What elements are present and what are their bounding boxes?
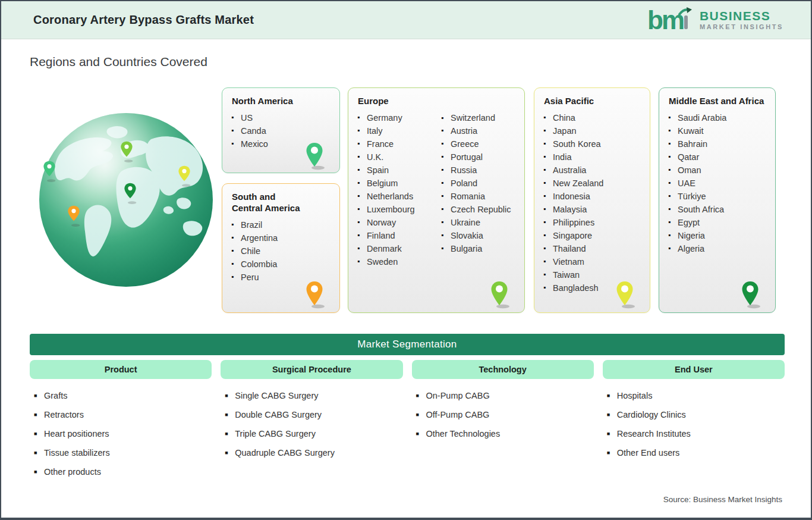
country-item: U.K.: [357, 151, 435, 164]
country-item: Austria: [440, 124, 518, 137]
region-title: North America: [232, 96, 333, 107]
country-item: New Zealand: [543, 177, 644, 190]
brand-logo: bm BUSINESS MARKET INSIGHTS: [647, 5, 783, 36]
country-item: Japan: [543, 124, 644, 137]
country-item: Nigeria: [668, 229, 769, 242]
page-title: Coronary Artery Bypass Grafts Market: [33, 13, 254, 27]
section-title: Regions and Countries Covered: [30, 55, 207, 69]
country-item: Romania: [440, 190, 518, 203]
country-item: Indonesia: [543, 190, 644, 203]
map-pin-icon: [739, 280, 761, 309]
country-item: Denmark: [357, 242, 435, 255]
map-pin-icon: [304, 280, 325, 309]
chip-technology: Technology: [412, 360, 594, 379]
country-item: Belgium: [357, 177, 435, 190]
country-item: Poland: [440, 177, 518, 190]
country-item: Greece: [440, 137, 518, 151]
region-title: Europe: [358, 96, 518, 107]
segment-item: Retractors: [34, 408, 212, 421]
segmentation-chip-row: Product Surgical Procedure Technology En…: [30, 360, 785, 379]
chip-surgical-procedure: Surgical Procedure: [221, 360, 402, 379]
country-item: Australia: [543, 164, 644, 177]
country-item: Oman: [668, 164, 769, 177]
market-segmentation-bar: Market Segmentation: [30, 334, 785, 355]
country-item: Algeria: [668, 242, 769, 255]
segment-item: Cardiology Clinics: [607, 408, 785, 421]
region-card-middle-east-africa: Middle East and Africa Saudi ArabiaKuwai…: [659, 87, 776, 313]
region-title: Middle East and Africa: [669, 96, 769, 107]
region-card-south-central-america: South and Central America BrazilArgentin…: [222, 183, 340, 313]
country-item: South Africa: [668, 203, 769, 216]
country-item: Thailand: [543, 242, 644, 255]
country-item: Bahrain: [668, 137, 769, 151]
country-list: BrazilArgentinaChileColombiaPeru: [231, 218, 333, 284]
country-item: Argentina: [231, 231, 333, 245]
map-pin-icon: [489, 280, 510, 309]
segment-item: Heart positioners: [34, 427, 212, 440]
region-card-north-america: North America USCandaMexico: [222, 87, 340, 173]
country-item: Russia: [440, 164, 518, 177]
surgical-procedure-list: Single CABG SurgeryDouble CABG SurgeryTr…: [221, 389, 402, 484]
country-item: Bulgaria: [440, 242, 518, 255]
segment-item: Single CABG Surgery: [225, 389, 402, 402]
country-item: UAE: [668, 177, 769, 190]
country-item: Ukraine: [440, 216, 518, 229]
country-item: Qatar: [668, 151, 769, 164]
country-item: Egypt: [668, 216, 769, 229]
segment-item: Off-Pump CABG: [416, 408, 594, 421]
technology-list: On-Pump CABGOff-Pump CABGOther Technolog…: [412, 389, 594, 484]
segment-item: Quadruple CABG Surgery: [225, 446, 402, 459]
segment-item: Research Institutes: [607, 427, 785, 440]
country-item: Saudi Arabia: [668, 111, 769, 124]
country-item: Chile: [231, 245, 333, 258]
country-item: Brazil: [231, 218, 333, 231]
segment-item: Tissue stabilizers: [34, 446, 212, 459]
segment-item: On-Pump CABG: [416, 389, 594, 402]
country-item: Colombia: [231, 258, 333, 271]
region-card-asia-pacific: Asia Pacific ChinaJapanSouth KoreaIndiaA…: [534, 87, 650, 313]
country-item: Portugal: [440, 151, 518, 164]
country-item: Sweden: [357, 255, 435, 268]
map-pin-icon: [614, 280, 635, 309]
segment-item: Double CABG Surgery: [225, 408, 402, 421]
segment-item: Hospitals: [607, 389, 785, 402]
country-item: Canda: [231, 124, 333, 137]
country-item: Spain: [357, 164, 435, 177]
country-item: South Korea: [543, 137, 644, 151]
globe-illustration: [38, 112, 214, 288]
country-item: Switzerland: [440, 111, 518, 124]
segmentation-lists: GraftsRetractorsHeart positionersTissue …: [30, 389, 785, 484]
country-item: Germany: [357, 111, 435, 124]
country-item: Luxembourg: [357, 203, 435, 216]
country-item: Kuwait: [668, 124, 769, 137]
brand-name: BUSINESS: [700, 10, 783, 22]
country-item: Taiwan: [543, 268, 644, 281]
svg-text:bm: bm: [647, 5, 684, 35]
country-item: Malaysia: [543, 203, 644, 216]
region-card-europe: Europe GermanyItalyFranceU.K.SpainBelgiu…: [348, 87, 525, 313]
country-list: Saudi ArabiaKuwaitBahrainQatarOmanUAETür…: [668, 111, 769, 255]
bmi-logo-icon: bm: [647, 5, 694, 36]
chip-end-user: End User: [603, 360, 785, 379]
segment-item: Triple CABG Surgery: [225, 427, 402, 440]
end-user-list: HospitalsCardiology ClinicsResearch Inst…: [603, 389, 785, 484]
brand-tagline: MARKET INSIGHTS: [700, 24, 783, 30]
product-list: GraftsRetractorsHeart positionersTissue …: [30, 389, 212, 484]
chip-product: Product: [30, 360, 212, 379]
country-item: Norway: [357, 216, 435, 229]
region-title: South and Central America: [232, 192, 306, 214]
country-item: Singapore: [543, 229, 644, 242]
segment-item: Other End users: [607, 446, 785, 459]
brand-logo-text: BUSINESS MARKET INSIGHTS: [700, 10, 783, 30]
country-list: GermanyItalyFranceU.K.SpainBelgiumNether…: [357, 111, 518, 268]
country-item: US: [231, 111, 333, 124]
country-item: China: [543, 111, 644, 124]
country-item: Türkiye: [668, 190, 769, 203]
country-list: ChinaJapanSouth KoreaIndiaAustraliaNew Z…: [543, 111, 644, 295]
country-item: Italy: [357, 124, 435, 137]
infographic-page: Coronary Artery Bypass Grafts Market bm …: [0, 0, 812, 520]
country-item: Vietnam: [543, 255, 644, 268]
country-item: Philippines: [543, 216, 644, 229]
country-item: France: [357, 137, 435, 151]
map-pin-icon: [304, 142, 325, 170]
